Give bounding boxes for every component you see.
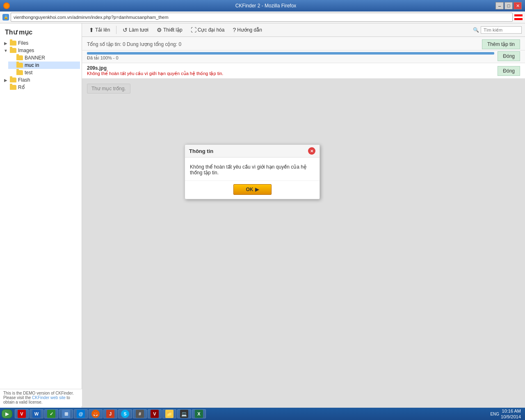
start-button[interactable]: ▶ (2, 409, 12, 418)
upload-stats-bar: Tổng số tập tin: 0 Dung lượng tổng cộng:… (82, 37, 525, 50)
minimize-button[interactable]: – (495, 2, 504, 9)
outlook-icon: @ (77, 410, 85, 418)
refresh-button[interactable]: ↺ Làm tươi (119, 25, 152, 35)
sidebar-item-test[interactable]: test (8, 69, 80, 76)
folder-taskbar-icon: 📁 (165, 410, 173, 418)
sidebar-title: Thư mục (2, 27, 80, 39)
tree-label: Flash (18, 77, 30, 83)
upload-button[interactable]: ⬆ Tải lên (85, 25, 114, 35)
firefox-icon (3, 2, 10, 9)
upload-row: 209s.jpg Không thể hoàn tất yêu cầu vì g… (82, 63, 525, 79)
separator (116, 26, 116, 34)
filename: 209s.jpg (87, 65, 223, 71)
window-titlebar: CKFinder 2 - Mozilla Firefox – □ ✕ (0, 0, 525, 11)
modal-body: Không thể hoàn tất yêu cầu vì giới hạn q… (185, 158, 320, 180)
upload-stats-text: Tổng số tập tin: 0 Dung lượng tổng cộng:… (87, 41, 181, 47)
images-children: BANNER muc in test (2, 54, 80, 76)
maximize-button[interactable]: ⛶ Cực đại hóa (187, 25, 228, 35)
taskbar-v2[interactable]: V (148, 409, 162, 418)
taskbar-tray: ENG 10:16 AM 10/9/2014 (488, 408, 523, 420)
ok-arrow-icon: ▶ (255, 187, 259, 192)
taskbar-java[interactable]: J (103, 409, 117, 418)
search-area: 🔍 (473, 26, 522, 34)
expand-icon: ▼ (3, 48, 8, 53)
demo-note: This is the DEMO version of CKFinder. Pl… (0, 389, 82, 406)
tree-label: muc in (25, 62, 39, 68)
modal-message: Không thể hoàn tất yêu cầu vì giới hạn q… (190, 164, 315, 176)
add-files-button[interactable]: Thêm tập tin (482, 39, 520, 49)
taskbar-hash[interactable]: # (133, 409, 147, 418)
sidebar-item-flash[interactable]: ▶ Flash (2, 76, 80, 84)
resize-button[interactable]: ⚙ Thiết lập (153, 25, 186, 35)
window-controls[interactable]: – □ ✕ (495, 2, 522, 9)
maximize-icon: ⛶ (191, 27, 196, 33)
modal-close-button[interactable]: ✕ (308, 147, 315, 155)
tree-label: test (25, 70, 32, 75)
tray-clock: 10:16 AM 10/9/2014 (501, 408, 521, 420)
close-button-1[interactable]: Đóng (498, 51, 520, 61)
taskbar: ▶ V W ✓ ⊞ @ 🦊 J S # V 📁 💻 X ENG 10:16 AM… (0, 408, 525, 420)
progress-fill (87, 52, 494, 55)
ckfinder-link[interactable]: CKFinder web site (32, 395, 66, 400)
modal-dialog: Thông tin ✕ Không thể hoàn tất yêu cầu v… (185, 144, 320, 199)
taskbar-outlook[interactable]: @ (74, 409, 88, 418)
taskbar-firefox[interactable]: 🦊 (89, 409, 103, 418)
sidebar-item-images[interactable]: ▼ Images (2, 47, 80, 54)
taskbar-skype[interactable]: S (118, 409, 132, 418)
taskbar-word[interactable]: W (30, 409, 43, 418)
green-icon: ✓ (47, 410, 55, 418)
taskbar-windows[interactable]: ⊞ (59, 409, 73, 418)
window-title: CKFinder 2 - Mozilla Firefox (36, 3, 495, 9)
skype-icon: S (121, 410, 129, 418)
taskbar-excel[interactable]: X (192, 409, 206, 418)
upload-error: Không thể hoàn tất yêu cầu vì giới hạn q… (87, 71, 223, 76)
expand-icon: ▶ (3, 78, 8, 82)
sidebar: Thư mục ▶ Files ▼ Images BANNER (0, 23, 82, 420)
hash-icon: # (136, 410, 144, 418)
sidebar-item-files[interactable]: ▶ Files (2, 39, 80, 47)
file-area: Thư mục trống. Thông tin ✕ Không thể hoà… (82, 79, 525, 413)
modal-footer: OK ▶ (185, 180, 320, 199)
main-content: ⬆ Tải lên ↺ Làm tươi ⚙ Thiết lập ⛶ Cực đ… (82, 23, 525, 420)
flag-icon (514, 14, 523, 20)
folder-icon (10, 48, 16, 53)
windows-icon: ⊞ (62, 410, 70, 418)
taskbar-laptop[interactable]: 💻 (177, 409, 191, 418)
upload-icon: ⬆ (89, 27, 94, 33)
url-input[interactable] (11, 13, 513, 22)
security-icon: 🔒 (2, 14, 9, 21)
expand-icon: ▶ (3, 41, 8, 46)
search-input[interactable] (481, 26, 522, 34)
taskbar-items: V W ✓ ⊞ @ 🦊 J S # V 📁 💻 X (13, 409, 487, 418)
search-icon: 🔍 (473, 27, 479, 33)
lang-indicator: ENG (490, 412, 499, 416)
taskbar-folder[interactable]: 📁 (162, 409, 176, 418)
sidebar-item-ro[interactable]: Rổ (2, 84, 80, 91)
word-icon: W (32, 410, 41, 418)
ok-button[interactable]: OK ▶ (233, 184, 272, 195)
upload-row-info: 209s.jpg Không thể hoàn tất yêu cầu vì g… (87, 65, 223, 76)
sidebar-item-banner[interactable]: BANNER (8, 54, 80, 62)
progress-section: Đã tải 100% - 0 Đóng (82, 50, 525, 63)
progress-track (87, 52, 494, 55)
firefox-taskbar-icon: 🦊 (91, 410, 100, 418)
java-icon: J (106, 410, 114, 418)
toolbar: ⬆ Tải lên ↺ Làm tươi ⚙ Thiết lập ⛶ Cực đ… (82, 23, 525, 37)
tray-date: 10/9/2014 (501, 414, 521, 420)
close-button[interactable]: ✕ (514, 2, 522, 9)
progress-text: Đã tải 100% - 0 (87, 55, 494, 61)
v2-icon: V (151, 410, 159, 418)
folder-icon (16, 70, 23, 75)
taskbar-green[interactable]: ✓ (44, 409, 58, 418)
help-button[interactable]: ? Hướng dẫn (229, 25, 266, 35)
folder-icon (16, 55, 23, 60)
folder-icon (10, 41, 16, 46)
restore-button[interactable]: □ (504, 2, 513, 9)
sidebar-item-mucin[interactable]: muc in (8, 62, 80, 69)
tree-label: Images (18, 48, 34, 53)
progress-bar-container: Đã tải 100% - 0 (87, 52, 494, 61)
modal-overlay: Thông tin ✕ Không thể hoàn tất yêu cầu v… (82, 79, 525, 413)
folder-icon (10, 85, 16, 90)
close-button-2[interactable]: Đóng (498, 66, 520, 76)
taskbar-vnc[interactable]: V (15, 409, 29, 418)
